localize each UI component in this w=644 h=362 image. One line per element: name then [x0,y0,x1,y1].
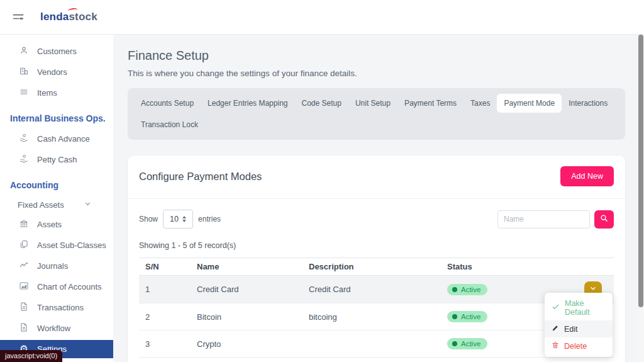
row-actions-menu: Make Default Edit Delete [545,293,613,357]
search-icon [599,213,609,225]
column-header-name: Name [197,262,309,271]
search-input[interactable] [497,210,590,229]
cell-name: Crypto [197,339,309,349]
check-icon [552,303,560,313]
sidebar-item-assets[interactable]: Assets [0,214,113,235]
tab-ledger-entries-mapping[interactable]: Ledger Entries Mapping [201,94,294,113]
document-icon [19,302,29,314]
search-group [497,210,614,229]
sidebar-item-label: Journals [37,261,68,271]
search-button[interactable] [594,210,614,229]
document-icon [19,322,29,334]
sidebar-item-workflow[interactable]: Workflow [0,318,113,339]
chevron-down-icon [84,200,92,210]
vendors-icon [19,66,29,78]
sidebar-item-chart-of-accounts[interactable]: Chart of Accounts [0,276,113,297]
column-header-sn: S/N [145,262,197,271]
sidebar-item-label: Vendors [37,67,67,77]
card-header: Configure Payment Modes Add New [128,156,625,199]
topbar: lendastock [0,0,644,35]
sidebar-item-label: Items [37,88,57,98]
show-label: Show [139,215,158,223]
sidebar-item-items[interactable]: Items [0,82,113,103]
sidebar-item-asset-sub-classes[interactable]: Asset Sub-Classes [0,235,113,256]
area-chart-icon [19,281,29,293]
add-new-button[interactable]: Add New [560,166,614,186]
payment-modes-table: S/N Name Description Status 1 Credit Car… [139,257,614,362]
entries-per-page-group: Show 10 entries [139,210,221,229]
card-title: Configure Payment Modes [139,171,262,183]
cash-hand-icon [19,154,29,166]
tab-code-setup[interactable]: Code Setup [294,94,348,113]
tab-interactions[interactable]: Interactions [562,94,614,113]
finance-setup-tabs: Accounts Setup Ledger Entries Mapping Co… [128,88,625,140]
sidebar-item-label: Petty Cash [37,155,77,164]
cell-description: bitcoing [309,312,447,322]
status-dot-icon [452,341,457,346]
entries-label: entries [198,215,221,223]
sidebar-item-label: Customers [37,47,77,56]
sidebar: Customers Vendors Items Internal Busines… [0,35,113,362]
sidebar-toggle-icon[interactable] [11,10,25,24]
table-controls: Show 10 entries [128,199,625,232]
pen-icon [552,324,559,334]
table-row: 1 Credit Card Credit Card Active [139,276,614,303]
table-row: 3 Crypto Active [139,330,614,357]
page-subtitle: This is where you change the settings of… [128,69,625,78]
sidebar-item-label: Asset Sub-Classes [37,240,106,250]
list-lines-icon [19,87,29,99]
cell-name: Bitcoin [197,312,309,322]
cell-description: Credit Card [309,285,447,294]
select-arrows-icon [182,216,186,222]
page-title: Finance Setup [128,48,625,63]
sidebar-section-accounting: Accounting [0,180,113,190]
cell-name: Credit Card [197,285,309,294]
sidebar-item-customers[interactable]: Customers [0,41,113,62]
records-summary: Showing 1 - 5 of 5 record(s) [128,232,625,257]
trash-icon [552,341,559,351]
menu-item-make-default[interactable]: Make Default [545,295,613,320]
cell-sn: 1 [145,285,197,294]
logo-text-primary: lenda [40,11,69,23]
status-dot-icon [452,287,457,292]
sidebar-item-label: Transactions [37,303,84,312]
app-logo[interactable]: lendastock [40,11,97,23]
tab-transaction-lock[interactable]: Transaction Lock [134,115,205,134]
sidebar-item-vendors[interactable]: Vendors [0,62,113,82]
tab-taxes[interactable]: Taxes [464,94,497,113]
menu-item-delete[interactable]: Delete [545,337,613,354]
sidebar-item-label: Cash Advance [37,134,90,144]
column-header-description: Description [309,262,447,271]
tab-unit-setup[interactable]: Unit Setup [348,94,397,113]
sidebar-item-label: Assets [37,220,62,229]
sidebar-item-journals[interactable]: Journals [0,256,113,276]
cell-sn: 3 [145,339,197,349]
menu-item-edit[interactable]: Edit [545,320,613,337]
cash-hand-icon [19,133,29,145]
status-dot-icon [452,314,457,319]
page-scrollbar-track[interactable] [638,35,644,362]
sidebar-item-label: Fixed Assets [18,200,64,210]
main-content: Finance Setup This is where you change t… [113,35,644,362]
copy-pages-icon [19,239,29,251]
bank-icon [19,218,29,230]
tab-payment-terms[interactable]: Payment Terms [397,94,464,113]
sidebar-item-fixed-assets[interactable]: Fixed Assets [0,195,113,214]
cell-sn: 2 [145,312,197,322]
sidebar-item-transactions[interactable]: Transactions [0,297,113,318]
link-preview-tooltip: javascript:void(0) [0,350,62,362]
tab-accounts-setup[interactable]: Accounts Setup [134,94,201,113]
trend-line-icon [19,260,29,272]
sidebar-item-label: Workflow [37,324,70,333]
status-badge: Active [447,338,487,349]
entries-per-page-select[interactable]: 10 [163,210,193,229]
sidebar-item-petty-cash[interactable]: Petty Cash [0,149,113,170]
table-header-row: S/N Name Description Status [139,257,614,276]
sidebar-section-internal-business-ops: Internal Business Ops. [0,113,113,123]
tab-payment-mode[interactable]: Payment Mode [497,94,562,113]
table-row: 2 Bitcoin bitcoing Active [139,303,614,330]
sidebar-item-label: Chart of Accounts [37,282,102,291]
page-scrollbar-thumb[interactable] [638,35,643,307]
customers-icon [19,45,29,57]
sidebar-item-cash-advance[interactable]: Cash Advance [0,128,113,149]
